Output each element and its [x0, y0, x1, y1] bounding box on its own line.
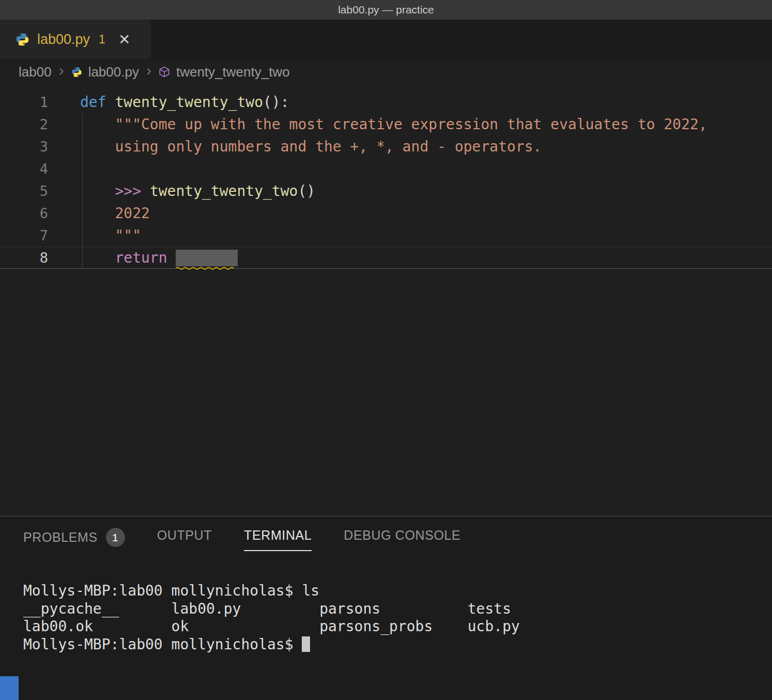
terminal-line: Mollys-MBP:lab00 mollynicholas$ ls — [23, 582, 772, 600]
symbol-namespace-icon — [159, 66, 170, 78]
breadcrumb-symbol[interactable]: twenty_twenty_two — [176, 64, 290, 80]
code-text: 2022 — [80, 202, 150, 224]
terminal-line: Mollys-MBP:lab00 mollynicholas$ — [23, 636, 772, 654]
breadcrumb: lab00 › lab00.py › twenty_twenty_two — [0, 59, 772, 85]
terminal-cursor — [302, 636, 310, 652]
code-line[interactable]: 5 >>> twenty_twenty_two() — [0, 180, 772, 202]
line-number: 5 — [0, 180, 80, 202]
code-line[interactable]: 3 using only numbers and the +, *, and -… — [0, 135, 772, 158]
window-title: lab00.py — practice — [338, 4, 434, 16]
code-editor[interactable]: 1def twenty_twenty_two():2 """Come up wi… — [0, 85, 772, 516]
tab-output-label: OUTPUT — [157, 528, 212, 543]
terminal-line: lab00.ok ok parsons_probs ucb.py — [23, 618, 772, 636]
code-line[interactable]: 1def twenty_twenty_two(): — [0, 91, 772, 113]
problems-count-badge: 1 — [106, 528, 125, 547]
tab-debug-console-label: DEBUG CONSOLE — [344, 528, 460, 543]
chevron-right-icon: › — [58, 62, 65, 82]
breadcrumb-folder[interactable]: lab00 — [19, 64, 52, 80]
line-number: 8 — [0, 247, 80, 269]
tab-terminal[interactable]: TERMINAL — [244, 528, 312, 551]
code-lines: 1def twenty_twenty_two():2 """Come up wi… — [0, 91, 772, 269]
line-number: 7 — [0, 224, 80, 247]
vscode-window: lab00.py — practice lab00.py 1 ✕ lab00 ›… — [0, 0, 772, 700]
terminal-line: __pycache__ lab00.py parsons tests — [23, 600, 772, 618]
editor-tab[interactable]: lab00.py 1 ✕ — [0, 20, 151, 59]
code-text: using only numbers and the +, *, and - o… — [80, 135, 542, 158]
python-icon — [16, 33, 29, 47]
close-icon[interactable]: ✕ — [118, 31, 130, 48]
terminal-output[interactable]: Mollys-MBP:lab00 mollynicholas$ ls__pyca… — [0, 582, 772, 653]
indent-guide — [82, 113, 83, 269]
tab-output[interactable]: OUTPUT — [157, 528, 212, 551]
code-line[interactable]: 6 2022 — [0, 202, 772, 224]
line-number: 1 — [0, 91, 80, 113]
code-line[interactable]: 8 return — [0, 247, 772, 269]
code-text: """ — [80, 224, 141, 247]
line-number: 6 — [0, 202, 80, 224]
chevron-right-icon: › — [145, 62, 152, 82]
tab-problems[interactable]: PROBLEMS 1 — [23, 528, 125, 555]
bottom-panel: PROBLEMS 1 OUTPUT TERMINAL DEBUG CONSOLE… — [0, 516, 772, 700]
code-text: >>> twenty_twenty_two() — [80, 180, 315, 202]
tab-problem-count: 1 — [99, 33, 105, 47]
line-number: 4 — [0, 158, 80, 180]
tab-bar[interactable]: lab00.py 1 ✕ — [0, 20, 772, 59]
tab-debug-console[interactable]: DEBUG CONSOLE — [344, 528, 460, 551]
line-number: 2 — [0, 113, 80, 135]
tab-problems-label: PROBLEMS — [23, 530, 98, 545]
remote-indicator[interactable] — [0, 676, 19, 700]
code-text: def twenty_twenty_two(): — [80, 91, 289, 113]
code-line[interactable]: 2 """Come up with the most creative expr… — [0, 113, 772, 135]
code-text: return — [80, 247, 238, 269]
tab-terminal-label: TERMINAL — [244, 528, 312, 543]
titlebar[interactable]: lab00.py — practice — [0, 0, 772, 20]
python-icon — [71, 67, 82, 78]
code-line[interactable]: 7 """ — [0, 224, 772, 247]
tab-filename: lab00.py — [37, 32, 90, 48]
panel-tab-bar[interactable]: PROBLEMS 1 OUTPUT TERMINAL DEBUG CONSOLE — [0, 516, 772, 555]
breadcrumb-file[interactable]: lab00.py — [88, 64, 139, 80]
line-number: 3 — [0, 135, 80, 158]
code-text: """Come up with the most creative expres… — [80, 113, 707, 135]
code-line[interactable]: 4 — [0, 158, 772, 180]
selection-highlight — [176, 250, 238, 266]
